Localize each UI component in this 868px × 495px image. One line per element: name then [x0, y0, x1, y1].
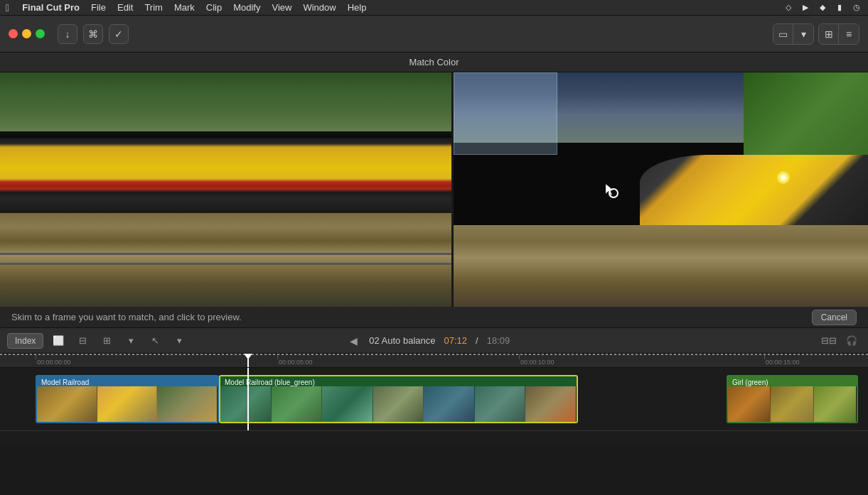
tool-dropdown[interactable]: ▾	[170, 332, 188, 349]
thumb-bg-5	[424, 386, 475, 422]
auto-balance-label: 02 Auto balance	[369, 335, 435, 346]
toolbar-right-group: ▭ ▾ ⊞ ≡	[773, 23, 859, 45]
select-tool[interactable]: ↖	[146, 332, 164, 349]
timecode-total: 18:09	[487, 335, 510, 346]
clip-grid-button[interactable]: ⊞	[819, 24, 839, 44]
menu-edit[interactable]: Edit	[112, 0, 139, 15]
thumb-mr-3	[157, 386, 218, 422]
index-button[interactable]: Index	[7, 333, 43, 349]
timeline-right-controls: ⊟⊟ 🎧	[820, 332, 861, 349]
ruler-tick-1: 00:00:05:00	[277, 354, 313, 367]
match-color-title: Match Color	[0, 53, 868, 72]
match-color-label: Match Color	[409, 57, 459, 67]
menu-trim[interactable]: Trim	[139, 0, 168, 15]
clip-label-gg: Girl (green)	[732, 379, 768, 386]
thumb-bg-7	[525, 386, 577, 422]
minimize-button[interactable]	[22, 29, 31, 38]
battery-icon: ▮	[834, 2, 845, 13]
clip-view-group: ⊞ ≡	[818, 23, 859, 45]
preview-right[interactable]	[451, 72, 868, 307]
timecode-current: 07:12	[444, 335, 468, 346]
menu-clip[interactable]: Clip	[200, 0, 227, 15]
thumb-mr-2	[97, 386, 158, 422]
clip-model-railroad[interactable]: Model Railroad	[36, 375, 219, 423]
viewer-layout-group: ▭ ▾	[773, 23, 814, 45]
menu-help[interactable]: Help	[342, 0, 373, 15]
import-button[interactable]: ↓	[58, 24, 77, 44]
preview-left[interactable]	[0, 72, 451, 307]
thumb-bg-1	[220, 386, 272, 422]
clip-model-railroad-blue-green[interactable]: Model Railroad (blue_green)	[219, 375, 578, 423]
thumb-bg-2	[272, 386, 323, 422]
clip-girl-green[interactable]: Girl (green)	[727, 375, 858, 423]
thumb-bg-6	[475, 386, 526, 422]
menu-view[interactable]: View	[266, 0, 297, 15]
clip-stack-icon[interactable]: ⊞	[97, 332, 116, 349]
menu-mark[interactable]: Mark	[168, 0, 200, 15]
menu-window[interactable]: Window	[297, 0, 341, 15]
skim-bar: Skim to a frame you want to match, and c…	[0, 307, 868, 328]
menu-bar:  Final Cut Pro File Edit Trim Mark Clip…	[0, 0, 868, 16]
menubar-right: ◇ ▶ ◆ ▮ ◷	[783, 2, 862, 13]
clip-options-dropdown[interactable]: ▾	[122, 332, 140, 349]
playhead-track-line	[247, 368, 249, 430]
dropbox-icon: ◇	[783, 2, 794, 13]
nav-left-button[interactable]: ◀	[346, 334, 360, 348]
clip-label-mr: Model Railroad	[41, 379, 89, 386]
viewer-layout-dropdown[interactable]: ▾	[793, 24, 813, 44]
clip-filmstrip-icon[interactable]: ⬜	[49, 332, 68, 349]
thumb-gg-3	[814, 386, 857, 422]
skim-message: Skim to a frame you want to match, and c…	[11, 312, 242, 322]
timecode-separator: /	[476, 335, 478, 346]
app-name[interactable]: Final Cut Pro	[16, 0, 85, 15]
timeline-empty-area	[0, 430, 868, 445]
timeline-ruler: 00:00:00:00 00:00:05:00 00:00:10:00 00:0…	[0, 354, 868, 368]
menu-file[interactable]: File	[85, 0, 112, 15]
playhead-triangle	[244, 354, 252, 359]
clip-view-btn[interactable]: ⊟⊟	[820, 332, 838, 349]
close-button[interactable]	[9, 29, 18, 38]
thumb-gg-2	[771, 386, 813, 422]
playhead-ruler	[247, 354, 249, 367]
timeline-controls: Index ⬜ ⊟ ⊞ ▾ ↖ ▾ ◀ 02 Auto balance 07:1…	[0, 328, 868, 354]
wifi-icon: ◆	[817, 2, 828, 13]
audio-btn[interactable]: 🎧	[842, 332, 861, 349]
toolbar: ↓ ⌘ ✓ ▭ ▾ ⊞ ≡	[0, 16, 868, 53]
password-icon: ▶	[800, 2, 811, 13]
cursor-indicator	[603, 183, 617, 197]
viewer-single-button[interactable]: ▭	[773, 24, 793, 44]
check-button[interactable]: ✓	[109, 24, 129, 44]
ruler-tick-0: 00:00:00:00	[36, 354, 71, 367]
time-icon: ◷	[851, 2, 862, 13]
cancel-button[interactable]: Cancel	[812, 310, 857, 325]
timeline-center-controls: ◀ 02 Auto balance 07:12 / 18:09	[346, 334, 510, 348]
thumb-gg-1	[728, 386, 771, 422]
maximize-button[interactable]	[36, 29, 45, 38]
key-button[interactable]: ⌘	[83, 24, 103, 44]
thumb-bg-3	[322, 386, 373, 422]
ruler-tick-2: 00:00:10:00	[519, 354, 554, 367]
clip-list-icon[interactable]: ⊟	[73, 332, 92, 349]
ruler-tick-3: 00:00:15:00	[764, 354, 800, 367]
thumb-bg-4	[373, 386, 424, 422]
menu-modify[interactable]: Modify	[227, 0, 266, 15]
traffic-lights	[9, 29, 45, 38]
timeline-tracks[interactable]: Model Railroad Model Railroad (blue_gree…	[0, 368, 868, 430]
thumb-mr-1	[37, 386, 97, 422]
selection-range-line	[0, 354, 868, 355]
preview-area	[0, 72, 868, 307]
clip-list-button[interactable]: ≡	[839, 24, 859, 44]
clip-label-mrb: Model Railroad (blue_green)	[225, 379, 315, 386]
apple-logo-icon: 	[6, 2, 9, 13]
